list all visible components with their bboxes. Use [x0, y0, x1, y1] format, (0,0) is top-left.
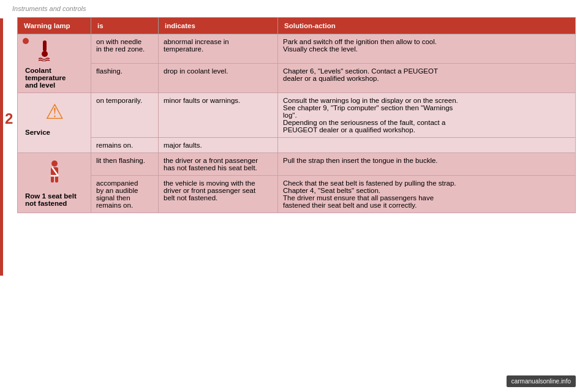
seatbelt-lamp-name: Row 1 seat beltnot fastened	[23, 192, 86, 207]
coolant-lamp-name: Coolanttemperatureand level	[23, 67, 86, 89]
seatbelt-row2-indicates: the vehicle is moving with thedriver or …	[159, 176, 278, 213]
carmanuals-logo: carmanualsonline.info	[507, 375, 576, 387]
page-container: 2 Instruments and controls Warning lamp …	[0, 0, 588, 392]
seatbelt-row2-solution: Check that the seat belt is fastened by …	[278, 176, 576, 213]
col-header-indicates: indicates	[159, 18, 278, 34]
chapter-number: 2	[5, 110, 13, 127]
chapter-bookmark	[0, 18, 3, 276]
coolant-row1-is: on with needlein the red zone.	[91, 34, 159, 64]
col-header-warning-lamp: Warning lamp	[18, 18, 91, 34]
service-warning-icon: ⚠	[45, 100, 64, 123]
seatbelt-row1-is: lit then flashing.	[91, 153, 159, 176]
table-header-row: Warning lamp is indicates Solution-actio…	[18, 18, 576, 34]
col-header-solution: Solution-action	[278, 18, 576, 34]
table-row: Coolanttemperatureand level on with need…	[18, 34, 576, 64]
coolant-row1-solution: Park and switch off the ignition then al…	[278, 34, 576, 64]
service-row1-indicates: minor faults or warnings.	[159, 93, 278, 138]
svg-rect-0	[43, 40, 47, 51]
warning-lamps-table: Warning lamp is indicates Solution-actio…	[17, 17, 576, 213]
coolant-lamp-cell: Coolanttemperatureand level	[18, 34, 91, 93]
service-row1-solution: Consult the warnings log in the display …	[278, 93, 576, 138]
col-header-is: is	[91, 18, 159, 34]
service-row2-indicates: major faults.	[159, 138, 278, 153]
seatbelt-row1-solution: Pull the strap then insert the tongue in…	[278, 153, 576, 176]
table-row: remains on. major faults.	[18, 138, 576, 153]
table-row: ⚠ Service on temporarily. minor faults o…	[18, 93, 576, 138]
coolant-temperature-icon	[33, 38, 56, 64]
coolant-row2-is: flashing.	[91, 64, 159, 93]
table-row: flashing. drop in coolant level. Chapter…	[18, 64, 576, 93]
seatbelt-lamp-cell: Row 1 seat beltnot fastened	[18, 153, 91, 213]
svg-point-1	[42, 51, 48, 57]
svg-point-2	[51, 160, 58, 167]
coolant-row2-indicates: drop in coolant level.	[159, 64, 278, 93]
service-lamp-name: Service	[23, 129, 86, 136]
coolant-row1-indicates: abnormal increase intemperature.	[159, 34, 278, 64]
breadcrumb: Instruments and controls	[12, 5, 86, 12]
service-row1-is: on temporarily.	[91, 93, 159, 138]
service-row2-solution	[278, 138, 576, 153]
seatbelt-row2-is: accompaniedby an audiblesignal thenremai…	[91, 176, 159, 213]
seatbelt-warning-icon	[43, 159, 66, 187]
table-row: accompaniedby an audiblesignal thenremai…	[18, 176, 576, 213]
seatbelt-row1-indicates: the driver or a front passengerhas not f…	[159, 153, 278, 176]
coolant-row2-solution: Chapter 6, "Levels" section. Contact a P…	[278, 64, 576, 93]
red-dot-indicator	[23, 38, 29, 44]
table-row: Row 1 seat beltnot fastened lit then fla…	[18, 153, 576, 176]
service-row2-is: remains on.	[91, 138, 159, 153]
main-content-table: Warning lamp is indicates Solution-actio…	[17, 17, 576, 294]
service-lamp-cell: ⚠ Service	[18, 93, 91, 153]
